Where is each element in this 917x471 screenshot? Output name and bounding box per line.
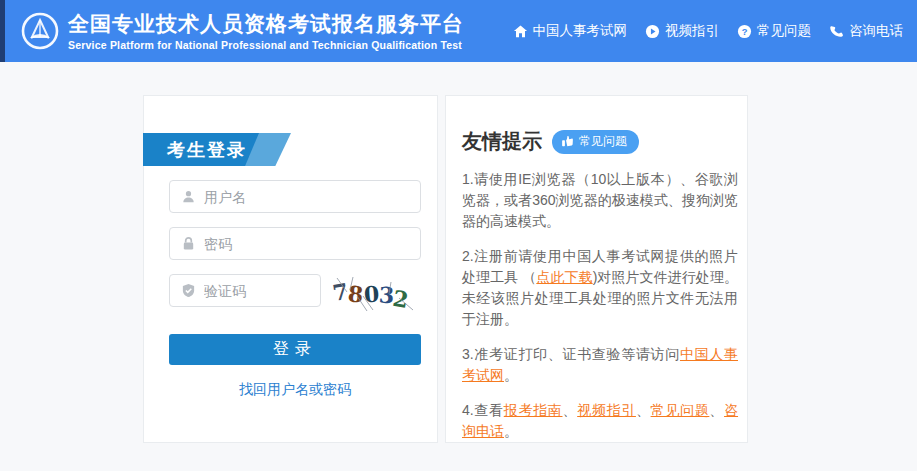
tip-item-1: 1.请使用IE浏览器（10以上版本）、谷歌浏览器，或者360浏览器的极速模式、搜…	[462, 169, 738, 232]
faq-badge[interactable]: 常见问题	[552, 130, 639, 154]
username-input[interactable]	[204, 189, 420, 205]
nav-cpta-site[interactable]: 中国人事考试网	[513, 22, 628, 40]
captcha-image[interactable]: 78032	[333, 276, 421, 312]
nav-label: 常见问题	[757, 22, 811, 40]
lock-icon	[181, 236, 196, 251]
video-guide-link[interactable]: 视频指引	[577, 402, 636, 418]
tip-item-3: 3.准考证打印、证书查验等请访问中国人事考试网。	[462, 344, 738, 386]
tip-text: 。	[504, 423, 518, 439]
nav-label: 咨询电话	[849, 22, 903, 40]
brand: 全国专业技术人员资格考试报名服务平台 Service Platform for …	[20, 11, 464, 51]
faq-link[interactable]: 常见问题	[651, 402, 710, 418]
download-tool-link[interactable]: 点此下载	[536, 269, 592, 285]
svg-text:?: ?	[742, 26, 748, 36]
tip-text: 4.查看	[462, 402, 504, 418]
nav-faq[interactable]: ? 常见问题	[737, 22, 811, 40]
login-panel-title: 考生登录	[167, 138, 247, 162]
captcha-row: 78032	[169, 274, 421, 321]
tip-text: 。	[504, 367, 518, 383]
tip-text: 1.请使用IE浏览器（10以上版本）、谷歌浏览器，或者360浏览器的极速模式、搜…	[462, 171, 738, 229]
login-button[interactable]: 登录	[169, 334, 421, 365]
shield-check-icon	[181, 283, 196, 298]
ribbon-banner: 考生登录	[143, 133, 259, 166]
header-left-stripe	[0, 0, 5, 62]
question-circle-icon: ?	[737, 24, 752, 39]
thumb-icon	[561, 135, 574, 148]
nav-label: 视频指引	[665, 22, 719, 40]
home-icon	[513, 24, 528, 39]
tip-text: 、	[709, 402, 724, 418]
faq-badge-label: 常见问题	[579, 133, 627, 150]
tips-header: 友情提示 常见问题	[462, 128, 738, 155]
phone-icon	[829, 24, 844, 39]
login-panel-ribbon: 考生登录	[143, 133, 293, 166]
tips-card: 友情提示 常见问题 1.请使用IE浏览器（10以上版本）、谷歌浏览器，或者360…	[445, 95, 748, 443]
site-logo-icon	[20, 11, 60, 51]
captcha-code: 78032	[333, 288, 410, 305]
header: 全国专业技术人员资格考试报名服务平台 Service Platform for …	[0, 0, 917, 62]
user-icon	[181, 189, 196, 204]
site-subtitle: Service Platform for National Profession…	[68, 39, 464, 51]
site-title: 全国专业技术人员资格考试报名服务平台	[68, 12, 464, 36]
captcha-input[interactable]	[204, 283, 320, 299]
tip-item-4: 4.查看报考指南、视频指引、常见问题、咨询电话。	[462, 400, 738, 442]
password-input[interactable]	[204, 236, 420, 252]
tip-text: 3.准考证打印、证书查验等请访问	[462, 346, 680, 362]
tips-title: 友情提示	[462, 128, 542, 155]
nav-phone[interactable]: 咨询电话	[829, 22, 903, 40]
tip-text: 、	[562, 402, 577, 418]
login-card: 考生登录 78032	[143, 95, 438, 443]
forgot-credentials-link[interactable]: 找回用户名或密码	[169, 381, 421, 399]
exam-guide-link[interactable]: 报考指南	[504, 402, 563, 418]
header-nav: 中国人事考试网 视频指引 ? 常见问题 咨询电话	[495, 0, 904, 62]
username-field[interactable]	[169, 180, 421, 213]
play-circle-icon	[645, 24, 660, 39]
captcha-field[interactable]	[169, 274, 321, 307]
nav-label: 中国人事考试网	[533, 22, 628, 40]
login-form: 78032 登录 找回用户名或密码	[169, 180, 421, 399]
tip-item-2: 2.注册前请使用中国人事考试网提供的照片处理工具 （点此下载)对照片文件进行处理…	[462, 246, 738, 330]
nav-video-guide[interactable]: 视频指引	[645, 22, 719, 40]
tip-text: 、	[636, 402, 651, 418]
password-field[interactable]	[169, 227, 421, 260]
